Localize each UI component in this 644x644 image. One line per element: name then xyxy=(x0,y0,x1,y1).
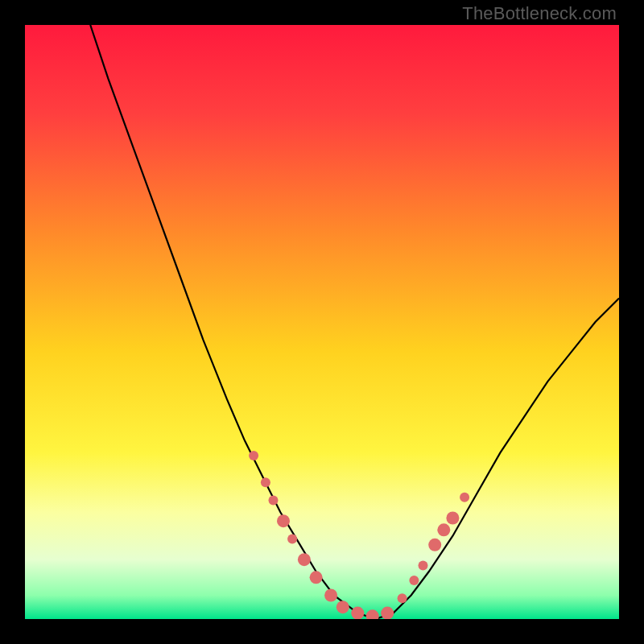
data-point xyxy=(298,553,311,566)
data-point xyxy=(269,495,279,505)
data-point xyxy=(336,601,349,613)
data-point xyxy=(409,576,419,585)
data-point xyxy=(398,593,407,603)
data-point xyxy=(324,589,337,602)
chart-frame: TheBottleneck.com xyxy=(0,0,644,644)
data-point xyxy=(261,477,270,487)
data-point xyxy=(419,561,428,571)
plot-area xyxy=(25,25,619,619)
data-point xyxy=(428,539,441,551)
data-point xyxy=(277,514,290,527)
data-point xyxy=(351,607,364,619)
data-point xyxy=(249,451,258,460)
data-point xyxy=(460,493,469,502)
watermark-text: TheBottleneck.com xyxy=(462,3,617,24)
data-point xyxy=(381,607,394,619)
gradient-background xyxy=(25,25,619,619)
data-point xyxy=(437,523,450,536)
chart-canvas xyxy=(25,25,619,619)
data-point xyxy=(310,571,323,584)
data-point xyxy=(446,512,459,525)
data-point xyxy=(287,534,297,543)
